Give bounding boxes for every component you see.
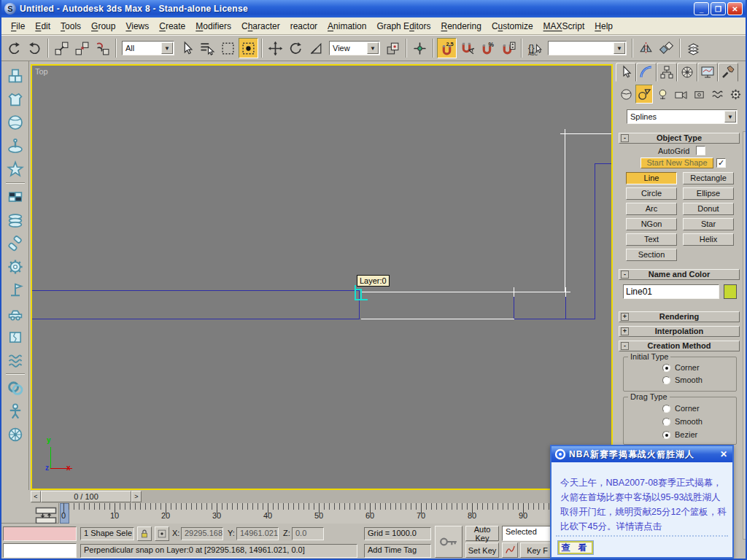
default-in-out-tangent-icon[interactable] — [502, 542, 518, 558]
panel-scrollbar[interactable] — [743, 131, 747, 540]
autogrid-checkbox[interactable] — [696, 146, 705, 155]
macro-recorder-field[interactable] — [3, 526, 77, 541]
next-frame-button[interactable]: > — [131, 491, 142, 502]
radio-icon[interactable] — [662, 364, 670, 372]
absolute-mode-icon[interactable] — [155, 526, 169, 541]
shape-button-ellipse[interactable]: Ellipse — [683, 187, 734, 200]
menu-customize[interactable]: Customize — [487, 19, 538, 34]
radio-icon[interactable] — [662, 376, 670, 384]
rollout-interpolation[interactable]: + Interpolation — [619, 326, 740, 337]
popup-close-icon[interactable]: ✕ — [718, 448, 729, 460]
rollout-creation-method[interactable]: - Creation Method — [619, 341, 740, 351]
window-crossing-icon[interactable] — [239, 38, 258, 58]
minimize-button[interactable]: _ — [694, 2, 709, 15]
layer-manager-icon[interactable] — [684, 38, 703, 58]
move-icon[interactable] — [266, 38, 285, 58]
cloth-collection-icon[interactable] — [4, 88, 26, 111]
align-icon[interactable] — [657, 38, 676, 58]
shape-button-donut[interactable]: Donut — [683, 203, 734, 215]
angle-snap-icon[interactable] — [457, 38, 477, 58]
viewport-top[interactable]: Top Layer:0 y x z — [31, 64, 613, 490]
menu-group[interactable]: Group — [86, 19, 120, 34]
view-button[interactable]: 查 看 — [557, 540, 594, 555]
start-new-shape-checkbox[interactable]: ✓ — [716, 158, 726, 168]
named-selection-sets-icon[interactable]: {}ABC — [525, 38, 545, 58]
utilities-tab[interactable] — [718, 63, 738, 82]
menu-maxscript[interactable]: MAXScript — [538, 19, 590, 34]
menu-file[interactable]: File — [6, 19, 30, 34]
popup-news-text[interactable]: 今天上午，NBA2007-08赛季正式揭幕，火箭在首场比赛中客场以95-93战胜… — [560, 475, 727, 534]
menu-character[interactable]: Character — [236, 19, 285, 34]
menu-modifiers[interactable]: Modifiers — [190, 19, 236, 34]
key-filters-button[interactable]: Key F — [520, 542, 554, 558]
shape-button-line[interactable]: Line — [626, 172, 677, 184]
radio-icon[interactable] — [662, 431, 670, 439]
wind-icon[interactable] — [4, 279, 26, 302]
menu-rendering[interactable]: Rendering — [436, 19, 487, 34]
create-tab[interactable] — [616, 63, 636, 82]
water-icon[interactable] — [4, 134, 26, 158]
rollout-rendering[interactable]: + Rendering — [619, 311, 740, 322]
spline-type-combo[interactable]: Splines ▼ — [627, 109, 738, 124]
radio-bezier[interactable]: Bezier — [662, 430, 697, 439]
percent-snap-icon[interactable]: % — [478, 38, 498, 58]
menu-animation[interactable]: Animation — [322, 19, 371, 34]
shape-button-section[interactable]: Section — [626, 249, 677, 261]
object-name-field[interactable]: Line01 — [623, 284, 719, 299]
rollout-object-type[interactable]: - Object Type — [619, 133, 740, 144]
plane-icon[interactable] — [4, 185, 26, 209]
radio-smooth[interactable]: Smooth — [662, 417, 703, 426]
helpers-category[interactable] — [690, 85, 708, 104]
gear-icon[interactable] — [4, 255, 26, 279]
set-key-button[interactable]: Set Key — [465, 542, 499, 558]
cameras-category[interactable] — [672, 85, 689, 104]
rotate-icon[interactable] — [286, 38, 306, 58]
popup-title-bar[interactable]: NBA新赛季揭幕战火箭胜湖人 ✕ — [551, 446, 732, 462]
start-new-shape-button[interactable]: Start New Shape — [640, 158, 713, 168]
motion-tab[interactable] — [677, 63, 697, 82]
rect-region-icon[interactable] — [218, 38, 238, 58]
wheel-icon[interactable] — [4, 423, 26, 446]
radio-icon[interactable] — [662, 418, 670, 426]
shape-button-star[interactable]: Star — [683, 218, 734, 230]
shapes-category[interactable] — [635, 85, 653, 104]
manipulate-icon[interactable] — [410, 38, 430, 58]
menu-views[interactable]: Views — [120, 19, 154, 34]
snap-toggle-25-icon[interactable]: 2.5 — [437, 38, 457, 58]
rigid-body-collection-icon[interactable] — [4, 64, 26, 88]
spacewarps-category[interactable] — [708, 85, 726, 104]
mini-curve-editor-button[interactable] — [35, 505, 57, 522]
spring-icon[interactable] — [4, 209, 26, 232]
fracture-icon[interactable] — [4, 325, 26, 349]
prev-frame-button[interactable]: < — [31, 491, 41, 502]
menu-tools[interactable]: Tools — [55, 19, 86, 34]
radio-icon[interactable] — [662, 405, 670, 413]
x-coordinate-field[interactable]: 29295.168 — [181, 527, 223, 540]
timeline-ruler[interactable]: 0102030405060708090 — [58, 503, 613, 524]
select-by-name-icon[interactable] — [198, 38, 217, 58]
soft-body-icon[interactable] — [4, 111, 26, 134]
pivot-center-icon[interactable] — [383, 38, 403, 58]
dashpot-icon[interactable] — [4, 232, 26, 255]
geometry-category[interactable] — [617, 85, 635, 104]
redo-icon[interactable] — [25, 38, 44, 58]
title-bar[interactable]: S Untitled - Autodesk 3ds Max 8 - Stand-… — [1, 0, 746, 18]
close-button[interactable]: ✕ — [727, 2, 743, 15]
lights-category[interactable] — [654, 85, 671, 104]
scale-icon[interactable] — [306, 38, 326, 58]
shape-button-helix[interactable]: Helix — [683, 233, 734, 246]
z-coordinate-field[interactable]: 0.0 — [292, 527, 324, 540]
shape-button-text[interactable]: Text — [626, 233, 677, 246]
deforming-mesh-icon[interactable] — [4, 158, 26, 181]
systems-category[interactable] — [727, 85, 744, 104]
radio-corner[interactable]: Corner — [662, 363, 700, 372]
toy-car-icon[interactable] — [4, 302, 26, 325]
y-coordinate-field[interactable]: 14961.021 — [236, 527, 279, 540]
listener-field[interactable] — [3, 543, 77, 558]
selection-filter-combo[interactable]: All▼ — [122, 41, 174, 55]
named-selection-combo[interactable]: ▼ — [548, 41, 627, 55]
selection-lock-icon[interactable] — [137, 526, 152, 541]
shape-button-circle[interactable]: Circle — [626, 187, 677, 200]
menu-edit[interactable]: Edit — [30, 19, 55, 34]
mirror-icon[interactable] — [636, 38, 656, 58]
